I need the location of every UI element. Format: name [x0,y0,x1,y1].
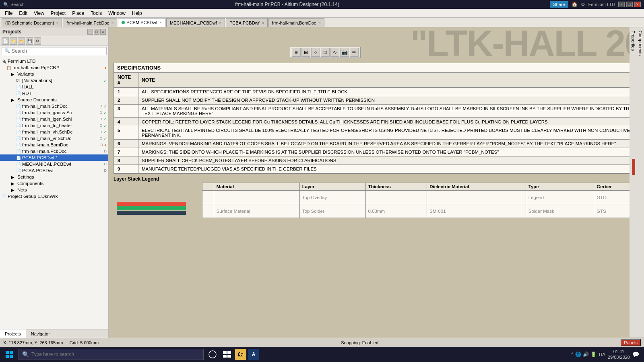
tree-item-icon-5: 📄 [16,91,21,96]
tray-arrow[interactable]: ^ [571,352,574,357]
menu-item-tools[interactable]: Tools [87,10,105,17]
share-button[interactable]: Share [550,1,568,8]
panel-float-button[interactable]: □ [94,29,99,35]
tab-close-0[interactable]: × [56,21,58,25]
taskbar-search[interactable]: 🔍 [19,349,204,360]
menu-item-place[interactable]: Place [69,10,87,17]
spec-text-6: MARKINGS: THE SIDE ONTO WHICH PLACE THE … [138,148,639,156]
tree-item-21[interactable]: 📄Project Group 1.DsnWrk [0,193,108,200]
tree-item-icon-18: ▶ [11,175,16,179]
tab-close-2[interactable]: × [160,21,162,25]
tree-item-20[interactable]: ▶Nets [0,187,108,193]
panel-close-button[interactable]: × [100,29,106,35]
tree-item-3[interactable]: ☑[No Variations]✓ [0,77,108,84]
restore-button[interactable]: ❐ [626,2,633,7]
tree-item-9[interactable]: 📄frm-hall_main_igen.SchlD✓ [0,116,108,122]
tray-network[interactable]: 🌐 [575,352,581,357]
title-search-area: 🔍 Search [3,2,25,7]
altium-button[interactable]: A [248,349,259,360]
tree-item-badge-16: D [104,162,107,166]
open-folder-button[interactable]: 📂 [18,37,25,45]
notification-button[interactable]: 💬 [632,351,639,358]
save-button[interactable]: 💾 [26,37,33,45]
task-view-button[interactable] [221,348,233,361]
tab-close-4[interactable]: × [262,21,264,25]
menu-item-file[interactable]: File [2,10,16,17]
search-input[interactable] [12,48,104,54]
properties-sidebar-tab[interactable]: Properties [630,27,637,338]
tree-item-5[interactable]: 📄RDT [0,90,108,97]
taskbar-search-input[interactable] [31,352,200,357]
ft-select-button[interactable]: ≡ [292,48,301,57]
tree-item-icon-6: ▶ [11,98,16,102]
tree-item-19[interactable]: ▶Components [0,180,108,187]
task-center-button[interactable] [206,348,219,361]
tab-close-5[interactable]: × [318,21,320,25]
tree-item-1[interactable]: 📋frm-hall-main.PrjPCB *● [0,64,108,71]
tab-4[interactable]: PCBA.PCBDwf× [226,18,268,27]
tray-volume[interactable]: 🔊 [583,352,589,357]
pcb-title: "LTK-HALL 20 [411,27,644,60]
tree-item-16[interactable]: 📄MECHANICAL.PCBDwfD [0,161,108,167]
tab-3[interactable]: MECHANICAL.PCBDwf× [166,18,225,27]
tree-item-label-10: frm-hall_main_tc_heater [22,123,98,128]
tree-item-18[interactable]: ▶Settings [0,174,108,180]
tree-item-14[interactable]: 📄frm-hall-main.PcbDocD [0,148,108,154]
tree-item-badge-9: D [100,117,103,121]
tree-item-15[interactable]: 📄PCBM.PCBDwf * [0,154,108,161]
panels-button[interactable]: Panels [621,339,641,346]
tree-item-label-11: frm-hall_main_vh.SchDc [22,130,98,134]
tray-battery[interactable]: 🔋 [590,352,597,357]
menu-item-project[interactable]: Project [47,10,69,17]
ft-pen-button[interactable]: ✏ [350,48,359,57]
tree-item-8[interactable]: 📄frm-hall_main_gauss.ScD✓ [0,109,108,116]
date: 29/08/2020 [608,354,630,360]
new-doc-button[interactable]: 📄 [2,37,9,45]
menu-item-help[interactable]: Help [129,10,145,17]
panel-hide-button[interactable]: − [87,29,93,35]
open-button[interactable]: 📁 [10,37,17,45]
tree-item-12[interactable]: 📄frm-hall_main_vr.SchDoD✓ [0,135,108,142]
settings-button[interactable]: ⚙ [34,37,41,45]
tree-item-label-15: PCBM.PCBDwf * [22,155,107,160]
tree-item-11[interactable]: 📄frm-hall_main_vh.SchDcD✓ [0,129,108,135]
ft-grid-button[interactable]: ⊞ [301,48,310,57]
tab-0[interactable]: (6) Schematic Document× [2,18,62,27]
components-sidebar-tab[interactable]: Components [637,27,644,338]
tree-item-label-6: Source Documents [17,97,107,102]
menu-item-edit[interactable]: Edit [16,10,31,17]
minimize-button[interactable]: − [618,2,625,7]
ft-circle-button[interactable]: ○ [311,48,320,57]
tree-item-6[interactable]: ▶Source Documents [0,97,108,103]
main-content: Projects − □ × 📄 📁 📂 💾 ⚙ 🔍 🔌Fermium LTD📋… [0,27,644,338]
menu-item-view[interactable]: View [31,10,47,17]
tree-item-17[interactable]: 📄PCBA.PCBDwfD [0,167,108,174]
tree-item-icon-11: 📄 [16,130,21,134]
tab-1[interactable]: frm-hall-main.PcbDoc× [63,18,117,27]
tree-item-7[interactable]: 📄frm-hall_main.SchDocD✓ [0,103,108,109]
ft-wave-button[interactable]: ∿ [330,48,339,57]
menu-item-window[interactable]: Window [105,10,129,17]
right-sidebar: Components Properties [635,27,644,338]
ft-rect-button[interactable]: □ [321,48,330,57]
tab-2[interactable]: PCBM.PCBDwf× [118,18,165,27]
bottom-tab-projects[interactable]: Projects [0,329,26,338]
grid-info: Grid: 5.000mm [69,340,99,345]
layer-header [202,183,214,191]
tab-close-1[interactable]: × [111,21,114,25]
layer-cell-1-1: Top Solder [299,204,365,218]
tab-5[interactable]: frm-hall-main.BomDoc× [268,18,324,27]
home-icon: 🏠 [572,2,578,7]
close-button[interactable]: ✕ [634,2,641,7]
tree-item-13[interactable]: 📄frm-hall-main.BomDocD● [0,142,108,148]
tree-item-4[interactable]: 📄HALL [0,84,108,90]
ft-camera-button[interactable]: 📷 [340,48,349,57]
tree-item-10[interactable]: 📄frm-hall_main_tc_heaterD✓ [0,122,108,129]
tab-close-3[interactable]: × [219,21,221,25]
file-explorer-button[interactable]: 🗂 [235,349,246,360]
tree-item-2[interactable]: ▶Variants [0,71,108,77]
tree-item-0[interactable]: 🔌Fermium LTD [0,58,108,64]
start-button[interactable] [2,347,17,362]
bottom-tab-navigator[interactable]: Navigator [26,329,55,338]
spec-num-5: 6 [114,140,138,148]
